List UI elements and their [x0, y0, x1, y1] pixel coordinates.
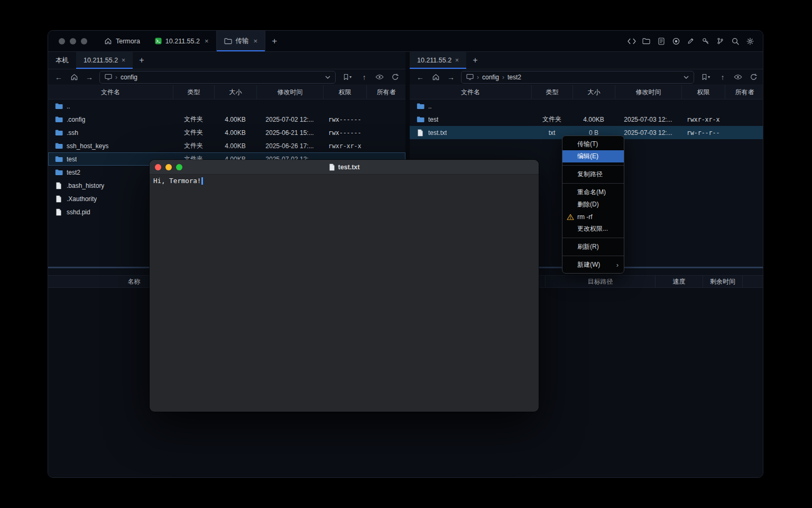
back-button[interactable]: ←: [415, 72, 426, 83]
right-panel-path-field[interactable]: ›config›test2: [461, 71, 694, 84]
show-hidden-button[interactable]: [374, 72, 385, 83]
zoom-button[interactable]: [81, 38, 87, 44]
titlebar: Termora10.211.55.2×传输× +: [48, 31, 763, 52]
editor-text: Hi, Termora!: [153, 177, 201, 185]
menu-item-7[interactable]: rm -rf: [562, 211, 624, 223]
up-directory-button[interactable]: ↑: [359, 72, 370, 83]
terminal-icon: [155, 38, 162, 44]
left-panel-new-tab-button[interactable]: +: [133, 52, 150, 69]
column-header-size[interactable]: 大小: [573, 85, 615, 99]
show-hidden-button[interactable]: [733, 72, 743, 83]
forward-button[interactable]: →: [84, 72, 95, 83]
app-tab-1[interactable]: 10.211.55.2×: [147, 31, 216, 51]
menu-separator: [562, 256, 624, 256]
submenu-arrow-icon: ›: [616, 261, 619, 269]
menu-item-12[interactable]: 新建(W)›: [562, 259, 624, 271]
search-icon[interactable]: [731, 37, 740, 46]
path-dropdown-icon[interactable]: [684, 76, 689, 79]
new-app-tab-button[interactable]: +: [265, 31, 283, 51]
bookmark-button[interactable]: ▾: [340, 72, 354, 83]
file-row[interactable]: ..: [410, 99, 763, 113]
right-panel-tab-0[interactable]: 10.211.55.2×: [410, 52, 466, 69]
folder-icon[interactable]: [642, 37, 651, 46]
menu-item-label: rm -rf: [577, 213, 593, 221]
refresh-button[interactable]: [748, 72, 759, 83]
document-icon: [329, 164, 335, 171]
transfer-column-header[interactable]: 速度: [655, 276, 703, 287]
key-icon[interactable]: [701, 37, 710, 46]
breadcrumb-segment[interactable]: test2: [508, 74, 521, 81]
editor-window: test.txt Hi, Termora!: [150, 160, 539, 412]
column-header-type[interactable]: 类型: [531, 85, 573, 99]
left-panel-tab-0[interactable]: 本机: [48, 52, 76, 69]
file-name: test.txt: [428, 129, 447, 137]
refresh-button[interactable]: [390, 72, 400, 83]
file-row[interactable]: ..: [48, 99, 405, 113]
menu-item-8[interactable]: 更改权限...: [562, 223, 624, 235]
transfer-column-header[interactable]: 目标路径: [545, 276, 655, 287]
menu-item-3[interactable]: 复制路径: [562, 168, 624, 180]
column-header-perm[interactable]: 权限: [681, 85, 725, 99]
editor-text-area[interactable]: Hi, Termora!: [150, 175, 539, 187]
transfer-column-header[interactable]: 剩余时间: [703, 276, 742, 287]
editor-titlebar[interactable]: test.txt: [150, 160, 539, 175]
up-directory-button[interactable]: ↑: [717, 72, 728, 83]
breadcrumb-segment[interactable]: config: [482, 74, 499, 81]
column-header-perm[interactable]: 权限: [323, 85, 366, 99]
column-header-owner[interactable]: 所有者: [366, 85, 405, 99]
right-panel-new-tab-button[interactable]: +: [466, 52, 484, 69]
file-owner: [366, 113, 405, 126]
home-button[interactable]: [430, 72, 441, 83]
tab-close-icon[interactable]: ×: [254, 37, 258, 45]
pen-icon[interactable]: [686, 37, 695, 46]
editor-minimize-button[interactable]: [165, 164, 172, 170]
file-row[interactable]: .config文件夹4.00KB2025-07-02 12:...rwx----…: [48, 113, 405, 126]
home-button[interactable]: [69, 72, 79, 83]
close-button[interactable]: [59, 38, 65, 44]
menu-item-10[interactable]: 刷新(R): [562, 241, 624, 253]
menu-item-6[interactable]: 删除(D): [562, 198, 624, 211]
back-button[interactable]: ←: [53, 72, 64, 83]
file-permissions: rw-r--r--: [681, 126, 725, 139]
log-icon[interactable]: [657, 37, 666, 46]
path-dropdown-icon[interactable]: [325, 76, 330, 79]
editor-zoom-button[interactable]: [176, 164, 182, 170]
desktop-background: Termora10.211.55.2×传输× + 本机10.211.55.2×+…: [0, 0, 812, 508]
column-header-mtime[interactable]: 修改时间: [256, 85, 323, 99]
menu-item-1[interactable]: 编辑(E): [562, 150, 624, 162]
record-icon[interactable]: [671, 37, 680, 46]
file-name: .Xauthority: [67, 195, 97, 203]
computer-icon: [105, 74, 112, 80]
column-header-name[interactable]: 文件名: [48, 85, 173, 99]
tab-close-icon[interactable]: ×: [122, 57, 125, 64]
file-type: 文件夹: [173, 126, 214, 139]
file-row[interactable]: ssh_host_keys文件夹4.00KB2025-06-26 17:...r…: [48, 139, 405, 152]
forward-button[interactable]: →: [446, 72, 456, 83]
left-panel-path-field[interactable]: ›config: [99, 71, 336, 84]
code-icon[interactable]: [627, 37, 636, 46]
column-header-size[interactable]: 大小: [214, 85, 256, 99]
folder-icon: [416, 116, 425, 123]
column-header-owner[interactable]: 所有者: [725, 85, 763, 99]
file-mtime: 2025-06-26 17:...: [256, 139, 323, 152]
tab-close-icon[interactable]: ×: [455, 57, 459, 64]
column-header-name[interactable]: 文件名: [410, 85, 531, 99]
file-row[interactable]: .ssh文件夹4.00KB2025-06-21 15:...rwx------: [48, 126, 405, 139]
left-panel-tabbar: 本机10.211.55.2×+: [48, 52, 405, 69]
settings-icon[interactable]: [745, 37, 754, 46]
tab-close-icon[interactable]: ×: [205, 37, 209, 45]
column-header-type[interactable]: 类型: [173, 85, 214, 99]
menu-item-0[interactable]: 传输(T): [562, 138, 624, 150]
file-name: ..: [428, 103, 432, 110]
app-tab-0[interactable]: Termora: [97, 31, 147, 51]
left-panel-tab-1[interactable]: 10.211.55.2×: [76, 52, 133, 69]
bookmark-button[interactable]: ▾: [699, 72, 713, 83]
app-tab-2[interactable]: 传输×: [216, 31, 266, 51]
branch-icon[interactable]: [716, 37, 725, 46]
breadcrumb-segment[interactable]: config: [121, 74, 137, 81]
editor-close-button[interactable]: [155, 164, 161, 170]
file-row[interactable]: test文件夹4.00KB2025-07-03 12:...rwxr-xr-x: [410, 113, 763, 126]
menu-item-5[interactable]: 重命名(M): [562, 186, 624, 198]
column-header-mtime[interactable]: 修改时间: [615, 85, 681, 99]
minimize-button[interactable]: [70, 38, 76, 44]
